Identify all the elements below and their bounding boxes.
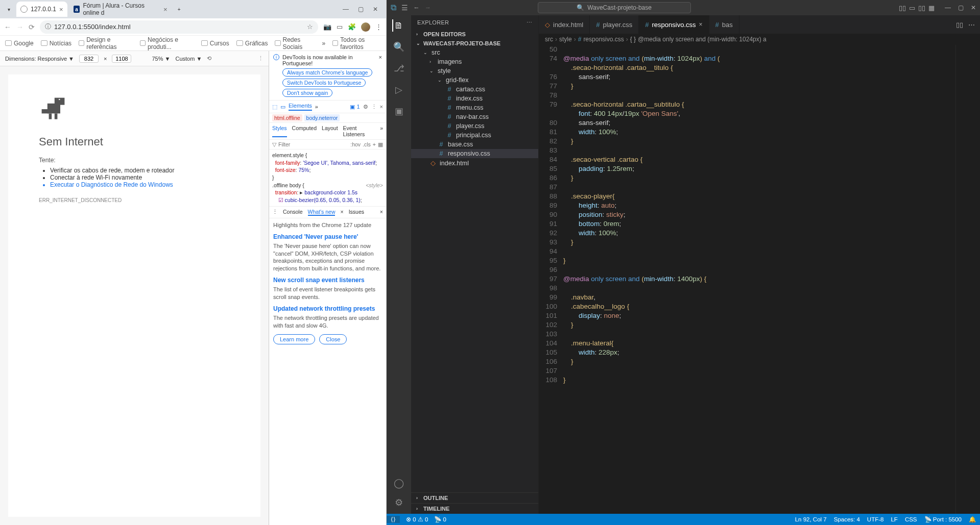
- timeline-section[interactable]: ›TIMELINE: [411, 503, 538, 514]
- chip-switch-pt[interactable]: Switch DevTools to Portuguese: [282, 79, 366, 87]
- live-server-port[interactable]: 📡 Port : 5500: [924, 516, 962, 523]
- encoding-indicator[interactable]: UTF-8: [867, 516, 884, 522]
- browser-tab-1[interactable]: 127.0.0.1 ×: [16, 2, 67, 17]
- eol-indicator[interactable]: LF: [891, 516, 897, 522]
- address-bar[interactable]: ⓘ 127.0.0.1:5500/index.html ☆: [40, 20, 318, 34]
- command-center[interactable]: 🔍 WaveCast-projeto-base: [538, 2, 691, 13]
- styles-pane[interactable]: element.style { font-family: 'Segoe UI',…: [269, 149, 386, 207]
- learn-more-button[interactable]: Learn more: [273, 334, 315, 344]
- more-icon[interactable]: ⋮: [375, 23, 382, 31]
- minimize-icon[interactable]: —: [343, 6, 349, 13]
- file-index-html[interactable]: ◇index.html: [411, 158, 538, 168]
- layout-icon[interactable]: ▯▯: [918, 4, 925, 12]
- crumb-body[interactable]: body.neterror: [304, 114, 340, 121]
- browser-tab-2[interactable]: a Fórum | Alura - Cursos online d ×: [69, 2, 172, 17]
- subtab-eventlisteners[interactable]: Event Listeners: [343, 125, 375, 137]
- search-icon[interactable]: 🔍: [393, 41, 405, 53]
- device-mode-icon[interactable]: ▭: [280, 104, 285, 110]
- close-button[interactable]: Close: [319, 334, 347, 344]
- subtab-computed[interactable]: Computed: [292, 125, 317, 137]
- box-model-icon[interactable]: ▦: [378, 141, 383, 147]
- bookmark[interactable]: Redes Sociais: [275, 36, 315, 51]
- close-devtools-icon[interactable]: ×: [380, 104, 383, 110]
- account-icon[interactable]: ◯: [393, 477, 405, 489]
- layout-icon[interactable]: ▦: [928, 4, 935, 12]
- notifications-icon[interactable]: 🔔: [969, 516, 976, 523]
- close-window-icon[interactable]: ✕: [373, 6, 378, 13]
- more-icon[interactable]: ⋯: [968, 21, 975, 29]
- drawer-close-icon[interactable]: ×: [380, 209, 383, 216]
- drawer-whatsnew-close[interactable]: ×: [340, 209, 343, 216]
- close-tab-icon[interactable]: ×: [59, 6, 63, 13]
- drawer-issues[interactable]: Issues: [349, 209, 364, 216]
- bookmark[interactable]: Notícias: [41, 40, 71, 47]
- menu-icon[interactable]: ☰: [401, 4, 408, 12]
- responsive-icon[interactable]: ▭: [337, 23, 343, 31]
- language-mode[interactable]: CSS: [905, 516, 917, 522]
- nav-forward-icon[interactable]: →: [425, 4, 432, 11]
- close-window-icon[interactable]: ✕: [971, 4, 976, 11]
- chip-dont-show[interactable]: Don't show again: [282, 89, 332, 97]
- more-icon[interactable]: ⋮: [371, 104, 377, 110]
- code-lines[interactable]: @media only screen and (min-width: 1024p…: [563, 45, 955, 514]
- settings-gear-icon[interactable]: ⚙: [393, 496, 405, 509]
- cls-toggle[interactable]: .cls: [363, 141, 371, 147]
- zoom-dropdown[interactable]: 75% ▼: [152, 56, 170, 62]
- file-menu[interactable]: #menu.css: [411, 103, 538, 112]
- close-tab-icon[interactable]: ×: [163, 6, 168, 13]
- minimap[interactable]: [955, 45, 980, 514]
- bookmark[interactable]: Negócios e produti...: [140, 36, 194, 51]
- tab-player-css[interactable]: #player.css: [590, 15, 639, 34]
- errors-indicator[interactable]: ⊗ 0 ⚠ 0: [406, 516, 428, 523]
- file-player[interactable]: #player.css: [411, 121, 538, 131]
- layout-icon[interactable]: ▭: [909, 4, 915, 12]
- tabs-overflow[interactable]: »: [315, 104, 318, 110]
- folder-src[interactable]: ⌄src: [411, 48, 538, 57]
- bookmark[interactable]: Cursos: [201, 40, 229, 47]
- diagnostic-link[interactable]: Executar o Diagnóstico de Rede do Window…: [50, 181, 230, 188]
- bookmark[interactable]: Gráficas: [236, 40, 268, 47]
- subtabs-overflow[interactable]: »: [380, 125, 383, 137]
- run-debug-icon[interactable]: ▷: [393, 84, 405, 96]
- folder-style[interactable]: ⌄style: [411, 66, 538, 76]
- split-editor-icon[interactable]: ▯▯: [956, 21, 963, 29]
- remote-indicator[interactable]: ⟨⟩: [387, 516, 400, 523]
- breadcrumb[interactable]: src› style› #responsivo.css› { }@media o…: [539, 34, 980, 45]
- subtab-layout[interactable]: Layout: [322, 125, 338, 137]
- filter-input[interactable]: Filter: [278, 141, 290, 147]
- subtab-styles[interactable]: Styles: [272, 125, 287, 137]
- bookmark[interactable]: Google: [5, 40, 34, 47]
- wn-heading-2[interactable]: New scroll snap event listeners: [273, 277, 382, 284]
- maximize-icon[interactable]: ▢: [358, 6, 364, 13]
- rotate-icon[interactable]: ⟲: [207, 55, 211, 62]
- dimensions-dropdown[interactable]: Dimensions: Responsive ▼: [5, 56, 74, 62]
- tab-elements[interactable]: Elements: [289, 103, 312, 111]
- height-input[interactable]: [112, 55, 131, 63]
- all-bookmarks[interactable]: Todos os favoritos: [332, 36, 381, 51]
- file-principal[interactable]: #principal.css: [411, 131, 538, 140]
- hov-toggle[interactable]: :hov: [350, 141, 361, 147]
- drawer-console[interactable]: Console: [283, 209, 303, 216]
- devbar-more-icon[interactable]: ⋮: [258, 55, 264, 62]
- project-section[interactable]: ⌄WAVECAST-PROJETO-BASE: [411, 39, 538, 48]
- settings-icon[interactable]: ⚙: [363, 104, 368, 110]
- open-editors-section[interactable]: ›OPEN EDITORS: [411, 30, 538, 39]
- width-input[interactable]: [79, 55, 99, 63]
- issue-badge[interactable]: ▣ 1: [350, 104, 360, 110]
- site-info-icon[interactable]: ⓘ: [45, 22, 51, 31]
- folder-imagens[interactable]: ›imagens: [411, 57, 538, 66]
- custom-dropdown[interactable]: Custom ▼: [175, 56, 202, 62]
- nav-back-icon[interactable]: ←: [413, 4, 420, 11]
- star-icon[interactable]: ☆: [307, 23, 313, 31]
- tab-index-html[interactable]: ◇index.html: [539, 15, 590, 34]
- extensions-icon[interactable]: ▣: [393, 105, 405, 117]
- file-index-css[interactable]: #index.css: [411, 94, 538, 103]
- back-button[interactable]: ←: [4, 23, 11, 31]
- tab-bas[interactable]: #bas: [709, 15, 739, 34]
- maximize-icon[interactable]: ▢: [958, 4, 964, 11]
- reload-button[interactable]: ⟳: [29, 23, 35, 31]
- drawer-whatsnew[interactable]: What's new: [308, 209, 336, 216]
- minimize-icon[interactable]: —: [945, 4, 951, 11]
- folder-grid-flex[interactable]: ⌄grid-flex: [411, 76, 538, 85]
- profile-avatar[interactable]: [361, 22, 370, 32]
